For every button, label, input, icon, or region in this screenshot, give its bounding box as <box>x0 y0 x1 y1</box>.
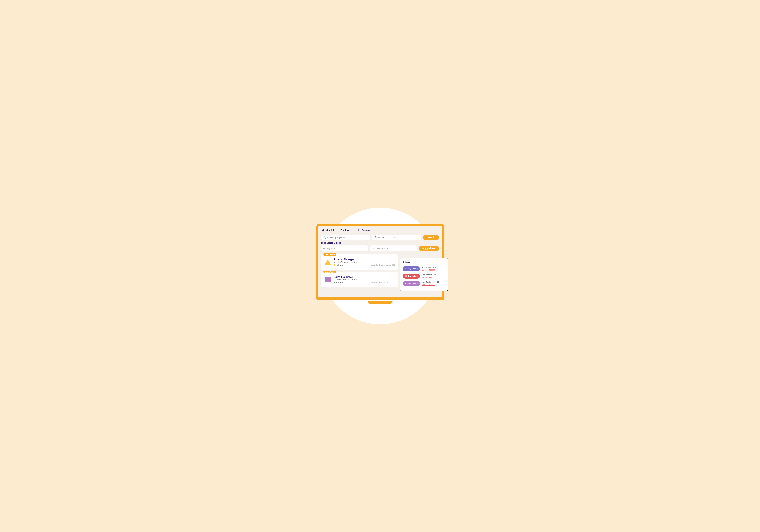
non-member-price: Non-Member: $300.00 <box>422 274 439 276</box>
non-member-price: Non-Member: $200.00 <box>422 266 439 269</box>
job-info: Product Manager MemberClicks - Atlanta, … <box>334 258 395 266</box>
nav-item-job-seekers[interactable]: +Job Seekers <box>356 229 370 232</box>
quick-apply-badge[interactable]: Quick Apply <box>323 271 337 273</box>
fulltime-dot-icon <box>334 264 335 266</box>
non-member-price: Non-Member: $400.00 <box>422 281 439 284</box>
industry-type-label: Industry Type <box>323 247 335 249</box>
location-input-wrap[interactable]: 📍 <box>372 235 421 240</box>
employment-chevron-icon: ⌄ <box>413 247 415 250</box>
price-badge-60day[interactable]: 60 Day Listing <box>403 274 420 279</box>
nav-item-post-job[interactable]: +Post A Job <box>322 229 334 232</box>
job-company: MemberClicks - Atlanta, GA <box>334 279 395 281</box>
keyword-input[interactable] <box>327 236 368 239</box>
logo-triangle-icon <box>325 259 331 265</box>
job-title: Product Manager <box>334 258 395 261</box>
laptop-base <box>318 297 442 300</box>
price-badge-30day[interactable]: 30 Day Listing <box>403 266 420 271</box>
prices-card: Prices 30 Day Listing Non-Member: $200.0… <box>400 258 448 291</box>
job-card: Quick Apply Product Manager MemberClicks… <box>321 254 398 270</box>
keyword-input-wrap[interactable]: 🔍 <box>321 235 371 240</box>
main-content-row: Quick Apply Product Manager MemberClicks… <box>321 254 439 290</box>
company-logo <box>324 276 332 284</box>
apply-filters-button[interactable]: Apply Filters <box>419 245 439 251</box>
location-icon: 📍 <box>374 236 377 239</box>
job-title: Sales Executive <box>334 276 395 279</box>
prices-title: Prices <box>403 261 446 264</box>
job-card: Quick Apply Sales Executive MemberClicks… <box>321 272 398 288</box>
employment-type-select[interactable]: Employment Type ⌄ <box>370 245 417 251</box>
job-type: Full-Time <box>334 282 343 284</box>
price-info: Non-Member: $400.00 Member: $200.00 <box>422 281 439 286</box>
job-meta: Full-Time Application Deadline Dec 30, 2… <box>334 282 395 284</box>
industry-chevron-icon: ⌄ <box>364 247 366 250</box>
job-type: Full-Time <box>334 264 343 266</box>
member-price: Member: $150.00 <box>422 276 439 279</box>
member-price: Member: $200.00 <box>422 284 439 286</box>
laptop-stand <box>368 300 393 304</box>
price-info: Non-Member: $200.00 Member: $100.00 <box>422 266 439 271</box>
job-type-label: Full-Time <box>336 282 343 284</box>
industry-type-select[interactable]: Industry Type ⌄ <box>321 245 368 251</box>
price-row: 60 Day Listing Non-Member: $300.00 Membe… <box>403 274 446 279</box>
location-input[interactable] <box>378 236 419 239</box>
laptop-foot <box>368 300 393 301</box>
search-icon: 🔍 <box>323 236 326 239</box>
filter-label: Filter Search Criteria <box>321 242 439 244</box>
job-deadline: Application Deadline Dec 30, 2021 <box>371 282 395 284</box>
laptop-screen-inner: +Post A Job +Employers +Job Seekers 🔍 📍 … <box>318 226 442 297</box>
job-type-label: Full-Time <box>336 264 343 266</box>
laptop-screen-outer: +Post A Job +Employers +Job Seekers 🔍 📍 … <box>316 224 444 300</box>
job-deadline: Application Deadline Dec 30, 2021 <box>371 264 395 266</box>
nav-item-employers[interactable]: +Employers <box>339 229 352 232</box>
price-badge-90day[interactable]: 90 Day Listing <box>403 281 420 286</box>
page-wrapper: +Post A Job +Employers +Job Seekers 🔍 📍 … <box>310 219 450 313</box>
search-button[interactable]: Search <box>423 235 439 240</box>
job-info: Sales Executive MemberClicks - Atlanta, … <box>334 276 395 284</box>
quick-apply-badge[interactable]: Quick Apply <box>323 253 337 256</box>
laptop: +Post A Job +Employers +Job Seekers 🔍 📍 … <box>316 224 444 304</box>
member-price: Member: $100.00 <box>422 269 439 272</box>
price-row: 30 Day Listing Non-Member: $200.00 Membe… <box>403 266 446 271</box>
company-logo <box>324 258 332 266</box>
employment-type-label: Employment Type <box>372 247 388 249</box>
job-company: MemberClicks - Atlanta, GA <box>334 261 395 263</box>
job-meta: Full-Time Application Deadline Dec 30, 2… <box>334 264 395 266</box>
logo-square-icon <box>325 277 331 283</box>
job-card-body: Sales Executive MemberClicks - Atlanta, … <box>324 276 395 284</box>
nav-bar: +Post A Job +Employers +Job Seekers <box>321 229 439 232</box>
filter-area: Industry Type ⌄ Employment Type ⌄ Apply … <box>321 245 439 251</box>
job-card-body: Product Manager MemberClicks - Atlanta, … <box>324 258 395 266</box>
price-row: 90 Day Listing Non-Member: $400.00 Membe… <box>403 281 446 286</box>
search-area: 🔍 📍 Search <box>321 235 439 240</box>
fulltime-dot-icon <box>334 282 335 283</box>
job-listings: Quick Apply Product Manager MemberClicks… <box>321 254 398 290</box>
price-info: Non-Member: $300.00 Member: $150.00 <box>422 274 439 279</box>
